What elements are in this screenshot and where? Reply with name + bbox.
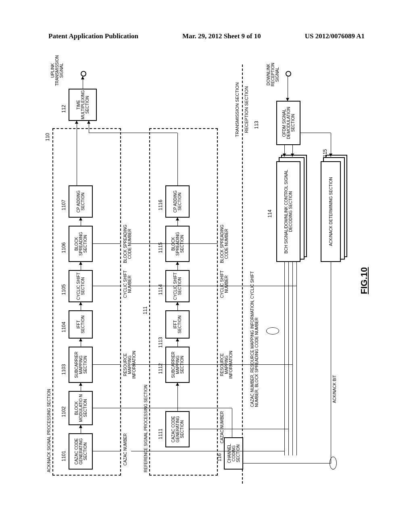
- arrow: [177, 262, 178, 270]
- num-1116: 1116: [158, 200, 163, 210]
- num-1104: 1104: [61, 322, 67, 332]
- arrow: [81, 425, 81, 433]
- arrow: [81, 302, 81, 310]
- arrow: [81, 339, 81, 347]
- cyc-shift-a: CYCLIC SHIFT SECTION: [69, 270, 93, 302]
- uplink-label: UPLINK TRANSMISSION SIGNAL: [50, 54, 64, 87]
- header-right: US 2012/0076089 A1: [305, 32, 365, 40]
- arrow: [177, 339, 178, 347]
- line: [216, 429, 288, 429]
- arrow: [177, 383, 178, 411]
- cyc-shift-r-lbl: CYCLIC SHIFT NUMBER: [220, 264, 229, 304]
- num-115: 115: [323, 149, 328, 157]
- cyc-shift-r: CYCLIC SHIFT SECTION: [165, 270, 190, 302]
- num-111: 111: [143, 306, 148, 314]
- ack-bit-label: ACK/NACK BIT: [332, 375, 337, 403]
- ifft-a: IFFT SECTION: [69, 310, 93, 339]
- line: [292, 262, 293, 455]
- bch-decode: BCH SIGNAL/DOWNLINK CONTROL SIGNAL DECOD…: [276, 161, 300, 262]
- arrow: [89, 121, 89, 133]
- num-113: 113: [254, 121, 259, 129]
- rx-label: RECEPTION SECTION: [244, 86, 249, 133]
- arrow: [177, 218, 178, 226]
- block-mod: BLOCK MODULATIO N SECTION: [69, 391, 93, 425]
- num-112: 112: [61, 105, 67, 113]
- downlink-label: DOWNLINK RECEPTION SIGNAL: [266, 58, 280, 91]
- cazac-gen-a: CAZAC CODE GENERATING SECTION: [69, 433, 93, 470]
- line: [131, 286, 296, 286]
- cp-add-a: CP ADDING SECTION: [69, 185, 93, 218]
- figure-label: FIG.10: [359, 267, 369, 294]
- arrow-rev2b: [292, 145, 293, 156]
- sub-map-r: SUBCARRIER MAPPING SECTION: [165, 347, 190, 383]
- line: [131, 451, 284, 451]
- num-1106: 1106: [61, 242, 67, 253]
- num-1111: 1111: [158, 428, 163, 439]
- uplink-port: [81, 71, 86, 77]
- num-116: 116: [217, 453, 222, 461]
- num-1105: 1105: [61, 284, 67, 295]
- figure-10: ACK/NACK SIGNAL PROCESSING SECTION 110 C…: [8, 109, 413, 439]
- num-1103: 1103: [61, 364, 67, 375]
- arrow: [81, 383, 81, 391]
- ifft-r: IFFT SECTION: [165, 310, 190, 339]
- channel-coding-displayed: CHANNEL CODING SECTION: [224, 437, 243, 470]
- res-map-r: RESOURCE MAPPING INFORMATION: [220, 345, 233, 385]
- line: [89, 133, 177, 133]
- line: [243, 463, 331, 463]
- line: [177, 133, 178, 185]
- num-1112: 1112: [158, 363, 163, 374]
- line: [93, 451, 121, 451]
- divider-line: [242, 64, 243, 484]
- header-center: Mar. 29, 2012 Sheet 9 of 10: [182, 32, 261, 40]
- arrow: [83, 77, 83, 89]
- cp-add-r: CP ADDING SECTION: [165, 185, 190, 218]
- line: [300, 133, 331, 133]
- line: [296, 262, 297, 455]
- line: [93, 286, 121, 286]
- arrow: [77, 121, 77, 185]
- cazac-gen-r: CAZAC CODE GENERATING SECTION: [165, 411, 190, 447]
- line: [93, 243, 121, 244]
- header-left: Patent Application Publication: [48, 32, 138, 40]
- bus-oval-2: [266, 327, 279, 335]
- ack-det: ACK/NACK DETERMINING SECTION: [321, 161, 341, 262]
- arrow: [81, 218, 81, 226]
- sub-map-a: SUBCARRIER MAPPING SECTION: [69, 347, 93, 383]
- cazac-num-a: CAZAC NUMBER: [123, 429, 127, 470]
- num-1113: 1113: [158, 337, 163, 348]
- num-114: 114: [267, 210, 273, 218]
- line: [190, 429, 218, 429]
- line: [131, 364, 292, 365]
- blk-spread-r: BLOCK SPREADING SECTION: [165, 226, 190, 262]
- res-map-a: RESOURCE MAPPING INFORMATION: [123, 345, 136, 385]
- blk-spr-a-lbl: BLOCK SPREADING CODE NUMBER: [123, 224, 132, 264]
- num-1102: 1102: [61, 406, 67, 417]
- downlink-port: [286, 71, 291, 77]
- arrow-rev: [288, 77, 288, 101]
- arrow: [177, 302, 178, 310]
- line: [288, 262, 289, 455]
- line: [93, 408, 232, 408]
- tx-label: TRANSMISSION SECTION: [235, 82, 240, 137]
- arrow-rev3: [331, 133, 331, 156]
- ofdm-demod: OFDM SIGNAL DEMODULATION SECTION: [276, 101, 300, 145]
- num-1107: 1107: [61, 200, 67, 210]
- line: [131, 243, 212, 244]
- cyc-shift-a-lbl: CYCLIC SHIFT NUMBER: [123, 264, 132, 304]
- line: [284, 262, 285, 455]
- tmux: TIME MULTIPLEXING SECTION: [69, 89, 97, 121]
- arrow-rev2: [284, 145, 285, 156]
- ref-title: REFERENCE SIGNAL PROCESSING SECTION: [144, 383, 148, 474]
- num-1101: 1101: [61, 451, 67, 461]
- long-bus: CAZAC NUMBER, RESOURCE MAPPING INFORMATI…: [250, 262, 259, 407]
- line: [93, 364, 121, 365]
- arrow: [81, 262, 81, 270]
- acknack-title: ACK/NACK SIGNAL PROCESSING SECTION: [47, 387, 51, 474]
- num-1115: 1115: [158, 242, 163, 253]
- blk-spread-a: BLOCK SPREADING SECTION: [69, 226, 93, 262]
- num-110: 110: [45, 133, 50, 141]
- line: [331, 262, 331, 463]
- bus-oval-1: [330, 457, 337, 470]
- line: [232, 408, 232, 437]
